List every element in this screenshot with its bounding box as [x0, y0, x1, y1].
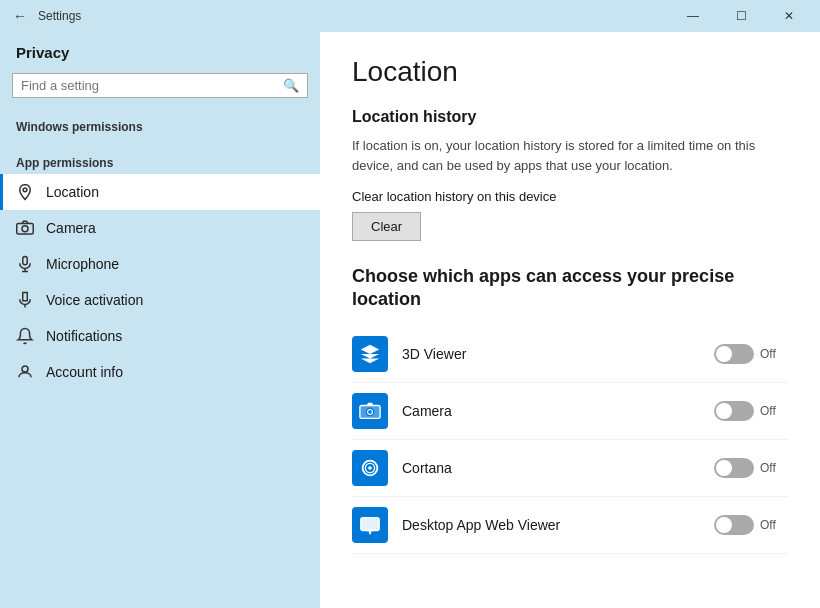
- title-bar-label: Settings: [38, 9, 670, 23]
- location-history-section: Location history If location is on, your…: [352, 108, 788, 265]
- sidebar-item-notifications[interactable]: Notifications: [0, 318, 320, 354]
- sidebar-item-account[interactable]: Account info: [0, 354, 320, 390]
- app-row-3dviewer: 3D Viewer Off: [352, 326, 788, 383]
- title-bar: ← Settings — ☐ ✕: [0, 0, 820, 32]
- toggle-switch-3dviewer[interactable]: [714, 344, 754, 364]
- windows-permissions-label: Windows permissions: [0, 106, 320, 138]
- sidebar: Privacy 🔍 Windows permissions App permis…: [0, 32, 320, 608]
- location-history-title: Location history: [352, 108, 788, 126]
- voice-icon: [16, 291, 34, 309]
- search-icon[interactable]: 🔍: [283, 78, 299, 93]
- toggle-label-camera: Off: [760, 404, 788, 418]
- svg-point-2: [22, 226, 28, 232]
- app-permissions-label: App permissions: [0, 138, 320, 174]
- toggle-switch-cortana[interactable]: [714, 458, 754, 478]
- close-button[interactable]: ✕: [766, 0, 812, 32]
- svg-point-0: [23, 188, 27, 192]
- toggle-desktop-web[interactable]: Off: [714, 515, 788, 535]
- toggle-cortana[interactable]: Off: [714, 458, 788, 478]
- microphone-icon: [16, 255, 34, 273]
- main-layout: Privacy 🔍 Windows permissions App permis…: [0, 32, 820, 608]
- sidebar-item-camera[interactable]: Camera: [0, 210, 320, 246]
- content-area: Location Location history If location is…: [320, 32, 820, 608]
- app-row-cortana: Cortana Off: [352, 440, 788, 497]
- toggle-switch-camera[interactable]: [714, 401, 754, 421]
- app-icon-desktop-web: [352, 507, 388, 543]
- toggle-label-3dviewer: Off: [760, 347, 788, 361]
- app-row-desktop-web: Desktop App Web Viewer Off: [352, 497, 788, 554]
- search-box[interactable]: 🔍: [12, 73, 308, 98]
- page-title: Location: [352, 56, 788, 88]
- sidebar-item-location[interactable]: Location: [0, 174, 320, 210]
- back-button[interactable]: ←: [8, 4, 32, 28]
- sidebar-item-voice-label: Voice activation: [46, 292, 143, 308]
- maximize-button[interactable]: ☐: [718, 0, 764, 32]
- notifications-icon: [16, 327, 34, 345]
- back-icon: ←: [13, 8, 27, 24]
- camera-icon: [16, 219, 34, 237]
- app-icon-camera: [352, 393, 388, 429]
- account-icon: [16, 363, 34, 381]
- sidebar-item-microphone[interactable]: Microphone: [0, 246, 320, 282]
- minimize-button[interactable]: —: [670, 0, 716, 32]
- toggle-label-desktop-web: Off: [760, 518, 788, 532]
- app-name-3dviewer: 3D Viewer: [402, 346, 714, 362]
- sidebar-item-location-label: Location: [46, 184, 99, 200]
- toggle-camera[interactable]: Off: [714, 401, 788, 421]
- toggle-3dviewer[interactable]: Off: [714, 344, 788, 364]
- app-name-desktop-web: Desktop App Web Viewer: [402, 517, 714, 533]
- sidebar-header: Privacy: [0, 32, 320, 69]
- apps-section-title: Choose which apps can access your precis…: [352, 265, 788, 312]
- clear-label: Clear location history on this device: [352, 189, 788, 204]
- clear-button[interactable]: Clear: [352, 212, 421, 241]
- app-name-camera: Camera: [402, 403, 714, 419]
- window-controls: — ☐ ✕: [670, 0, 812, 32]
- svg-rect-16: [361, 517, 379, 530]
- svg-rect-3: [23, 257, 28, 265]
- toggle-label-cortana: Off: [760, 461, 788, 475]
- search-input[interactable]: [21, 78, 283, 93]
- sidebar-item-camera-label: Camera: [46, 220, 96, 236]
- toggle-switch-desktop-web[interactable]: [714, 515, 754, 535]
- app-icon-cortana: [352, 450, 388, 486]
- svg-point-15: [368, 466, 372, 470]
- location-icon: [16, 183, 34, 201]
- app-icon-3dviewer: [352, 336, 388, 372]
- app-row-camera: Camera Off: [352, 383, 788, 440]
- sidebar-item-notifications-label: Notifications: [46, 328, 122, 344]
- location-history-desc: If location is on, your location history…: [352, 136, 788, 175]
- svg-point-12: [368, 410, 372, 414]
- sidebar-item-voice[interactable]: Voice activation: [0, 282, 320, 318]
- svg-point-7: [22, 366, 28, 372]
- sidebar-item-account-label: Account info: [46, 364, 123, 380]
- app-name-cortana: Cortana: [402, 460, 714, 476]
- sidebar-item-microphone-label: Microphone: [46, 256, 119, 272]
